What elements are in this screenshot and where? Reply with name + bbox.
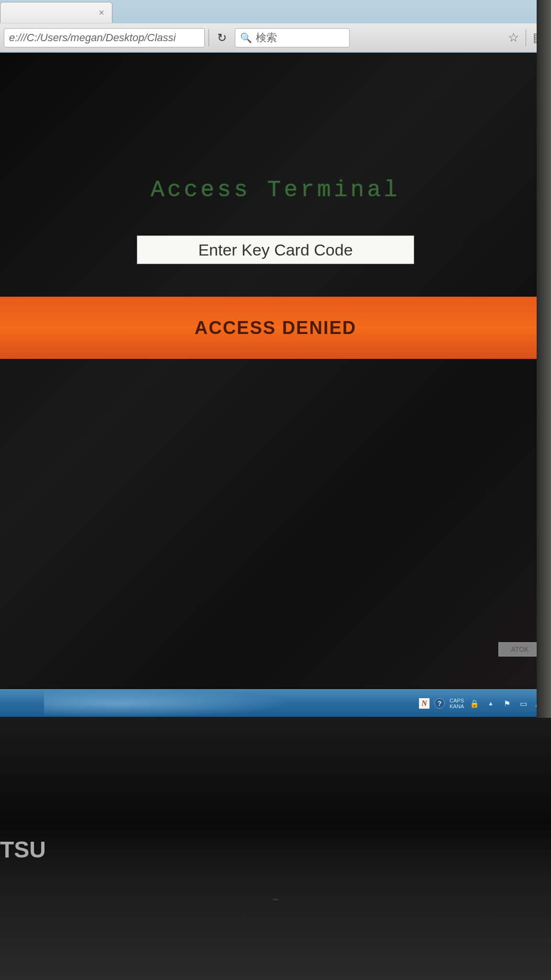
browser-tab[interactable]: × — [0, 2, 112, 23]
keycard-code-input[interactable]: Enter Key Card Code — [137, 235, 414, 264]
toolbar-divider-2 — [526, 29, 526, 46]
laptop-brand-text: TSU — [0, 836, 46, 863]
tray-expand-icon[interactable]: ▲ — [485, 698, 496, 709]
reload-icon: ↻ — [217, 31, 227, 45]
ime-indicator[interactable]: ATOK — [498, 642, 541, 657]
tray-help-icon[interactable]: ? — [434, 698, 445, 709]
star-icon: ☆ — [508, 30, 519, 45]
windows-taskbar[interactable]: N ? CAPS KANA 🔒 ▲ ⚑ ▭ 🔊 — [0, 689, 551, 718]
desk-edge-right — [537, 0, 551, 718]
tray-kana-label: KANA — [450, 703, 464, 709]
keycard-input-placeholder: Enter Key Card Code — [198, 241, 353, 259]
url-input[interactable]: e:///C:/Users/megan/Desktop/Classi — [4, 28, 205, 47]
device-icon[interactable]: ▭ — [518, 698, 529, 709]
tab-strip: × — [0, 0, 551, 23]
browser-toolbar: e:///C:/Users/megan/Desktop/Classi ↻ 🔍 検… — [0, 23, 551, 52]
bookmark-button[interactable]: ☆ — [505, 29, 522, 46]
taskbar-glow — [44, 689, 292, 718]
tray-n-icon[interactable]: N — [419, 698, 430, 709]
tray-help-label: ? — [438, 700, 442, 707]
reload-button[interactable]: ↻ — [213, 29, 231, 47]
flag-icon: ⚑ — [504, 699, 510, 708]
laptop-screen: × e:///C:/Users/megan/Desktop/Classi ↻ 🔍… — [0, 0, 551, 718]
laptop-indicator-led — [273, 899, 278, 901]
laptop-bezel: TSU — [0, 717, 551, 980]
access-status-banner: ACCESS DENIED — [0, 297, 551, 359]
tray-n-label: N — [421, 699, 427, 708]
close-icon[interactable]: × — [99, 7, 104, 18]
search-input[interactable]: 🔍 検索 — [235, 28, 350, 47]
ime-label: ATOK — [511, 646, 529, 653]
lock-glyph: 🔒 — [470, 699, 479, 708]
url-text: e:///C:/Users/megan/Desktop/Classi — [9, 32, 176, 44]
terminal-title: Access Terminal — [0, 177, 551, 203]
page-content: Access Terminal Enter Key Card Code ACCE… — [0, 53, 551, 689]
status-text: ACCESS DENIED — [195, 318, 357, 338]
tray-ime-status[interactable]: CAPS KANA — [450, 698, 464, 709]
action-center-icon[interactable]: ⚑ — [501, 698, 513, 709]
search-placeholder: 検索 — [256, 31, 277, 45]
chevron-up-icon: ▲ — [488, 700, 494, 707]
lock-icon[interactable]: 🔒 — [469, 698, 480, 709]
browser-chrome: × e:///C:/Users/megan/Desktop/Classi ↻ 🔍… — [0, 0, 551, 53]
toolbar-divider — [209, 29, 209, 46]
device-glyph: ▭ — [520, 699, 527, 708]
search-icon: 🔍 — [240, 32, 252, 44]
tray-caps-label: CAPS — [450, 698, 464, 703]
